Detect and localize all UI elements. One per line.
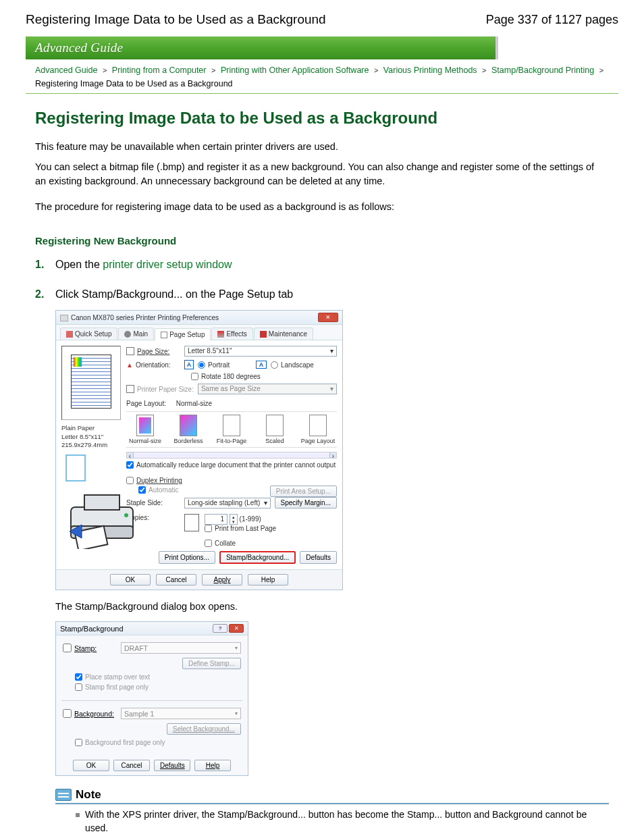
help-button[interactable]: Help — [194, 760, 231, 771]
printer-driver-link[interactable]: printer driver setup window — [103, 259, 232, 270]
main-icon — [124, 331, 131, 338]
printer-paper-select[interactable]: Same as Page Size▾ — [198, 384, 337, 394]
background-select[interactable]: Sample 1▾ — [121, 708, 241, 719]
printer-illustration — [61, 454, 121, 549]
print-area-button[interactable]: Print Area Setup... — [270, 486, 337, 497]
last-page-checkbox[interactable]: Print from Last Page — [205, 525, 276, 532]
portrait-icon: A — [184, 360, 194, 369]
layout-multi[interactable]: Page Layout — [300, 415, 336, 444]
stamp-select[interactable]: DRAFT▾ — [121, 642, 241, 654]
maintenance-icon — [260, 331, 267, 338]
layout-scaled[interactable]: Scaled — [257, 415, 292, 444]
stamp-checkbox[interactable]: Stamp: — [63, 644, 115, 652]
tab-quick-setup[interactable]: Quick Setup — [60, 328, 117, 340]
step-number: 1. — [35, 259, 49, 271]
quick-setup-icon — [66, 331, 73, 338]
printer-paper-label: Printer Paper Size: — [126, 385, 194, 393]
page-icon — [126, 347, 134, 355]
page-setup-icon — [161, 332, 167, 338]
stamp-background-dialog: Stamp/Background ? ✕ Stamp: DRAFT▾ Defin… — [55, 621, 248, 776]
staple-select[interactable]: Long-side stapling (Left)▾ — [184, 498, 271, 509]
copies-icon — [184, 514, 199, 531]
page-size-select[interactable]: Letter 8.5"x11"▾ — [184, 346, 337, 357]
page-preview — [61, 346, 121, 420]
copies-input[interactable]: 1 — [205, 514, 227, 525]
copies-range: (1-999) — [240, 515, 261, 523]
defaults-button[interactable]: Defaults — [300, 551, 337, 564]
dialog-tabs: Quick Setup Main Page Setup Effects Main… — [56, 325, 342, 340]
breadcrumb-sep: > — [374, 66, 378, 74]
step-text: Click Stamp/Background... on the Page Se… — [55, 288, 293, 301]
breadcrumb-link[interactable]: Printing from a Computer — [112, 66, 207, 75]
divider — [26, 93, 618, 94]
doc-title: Registering Image Data to be Used as a B… — [26, 12, 326, 27]
layout-borderless[interactable]: Borderless — [171, 415, 206, 444]
defaults-button[interactable]: Defaults — [154, 760, 190, 771]
breadcrumb-link[interactable]: Stamp/Background Printing — [491, 66, 594, 75]
advanced-guide-banner: Advanced Guide — [26, 36, 498, 59]
step-number: 2. — [35, 288, 49, 301]
intro-paragraph: The procedure for registering image data… — [35, 200, 602, 213]
breadcrumb-link[interactable]: Various Printing Methods — [383, 66, 477, 75]
dialog-title: Canon MX870 series Printer Printing Pref… — [60, 314, 219, 321]
layout-options: Normal-size Borderless Fit-to-Page Scale… — [126, 411, 337, 448]
page-icon — [126, 385, 134, 393]
print-options-button[interactable]: Print Options... — [159, 551, 215, 564]
close-button[interactable]: ✕ — [318, 313, 338, 322]
page-heading: Registering Image Data to be Used as a B… — [35, 109, 616, 128]
orientation-label: ▲Orientation: — [126, 361, 180, 369]
landscape-radio[interactable]: Landscape — [271, 361, 325, 369]
help-button[interactable]: ? — [213, 624, 227, 633]
dialog-title: Stamp/Background — [60, 625, 124, 633]
tab-maintenance[interactable]: Maintenance — [254, 328, 313, 340]
copies-spinner[interactable]: ▴▾ — [230, 514, 238, 525]
breadcrumb-sep: > — [482, 66, 486, 74]
define-stamp-button[interactable]: Define Stamp... — [182, 658, 241, 669]
stamp-background-button[interactable]: Stamp/Background... — [219, 551, 296, 564]
layout-normal[interactable]: Normal-size — [128, 415, 163, 444]
background-checkbox[interactable]: Background: — [63, 709, 115, 718]
intro-paragraph: You can select a bitmap file (.bmp) and … — [35, 160, 602, 188]
automatic-checkbox[interactable]: Automatic — [138, 486, 178, 494]
auto-reduce-checkbox[interactable]: Automatically reduce large document that… — [126, 461, 336, 469]
tab-main[interactable]: Main — [118, 328, 154, 340]
step-followup-text: The Stamp/Background dialog box opens. — [55, 601, 616, 612]
help-button[interactable]: Help — [248, 574, 288, 585]
effects-icon — [217, 331, 224, 338]
rotate-checkbox[interactable]: Rotate 180 degrees — [191, 373, 261, 380]
section-heading: Registering New Background — [35, 235, 616, 246]
layout-fit[interactable]: Fit-to-Page — [214, 415, 249, 444]
paper-info: Plain Paper Letter 8.5"x11" 215.9x279.4m… — [61, 424, 121, 449]
breadcrumb-link[interactable]: Printing with Other Application Software — [221, 66, 369, 75]
note-item: With the XPS printer driver, the Stamp/B… — [76, 808, 609, 834]
note-icon — [55, 789, 72, 801]
printer-icon — [61, 488, 142, 549]
apply-button[interactable]: Apply — [202, 574, 242, 585]
ok-button[interactable]: OK — [73, 760, 109, 771]
bg-first-page-checkbox[interactable]: Background first page only — [75, 739, 165, 746]
cancel-button[interactable]: Cancel — [156, 574, 196, 585]
page-indicator: Page 337 of 1127 pages — [486, 13, 618, 27]
layout-scrollbar[interactable]: ‹› — [126, 452, 337, 459]
printer-icon — [60, 315, 68, 321]
breadcrumb-current: Registering Image Data to be Used as a B… — [35, 79, 233, 88]
breadcrumb-link[interactable]: Advanced Guide — [35, 66, 97, 75]
place-over-checkbox[interactable]: Place stamp over text — [75, 673, 150, 681]
printing-preferences-dialog: Canon MX870 series Printer Printing Pref… — [55, 310, 343, 590]
portrait-radio[interactable]: Portrait — [198, 361, 252, 369]
tab-effects[interactable]: Effects — [211, 328, 252, 340]
stamp-first-page-checkbox[interactable]: Stamp first page only — [75, 683, 149, 691]
cancel-button[interactable]: Cancel — [113, 760, 150, 771]
ok-button[interactable]: OK — [110, 574, 151, 585]
svg-point-5 — [124, 513, 128, 517]
svg-rect-2 — [84, 495, 119, 510]
select-background-button[interactable]: Select Background... — [167, 723, 241, 735]
note-heading: Note — [55, 788, 609, 804]
duplex-checkbox[interactable]: Duplex Printing — [126, 477, 182, 484]
breadcrumb: Advanced Guide > Printing from a Compute… — [35, 63, 618, 90]
specify-margin-button[interactable]: Specify Margin... — [275, 497, 337, 509]
tab-page-setup[interactable]: Page Setup — [155, 328, 211, 340]
close-button[interactable]: ✕ — [229, 624, 244, 633]
breadcrumb-sep: > — [599, 66, 603, 74]
collate-checkbox[interactable]: Collate — [205, 540, 276, 547]
